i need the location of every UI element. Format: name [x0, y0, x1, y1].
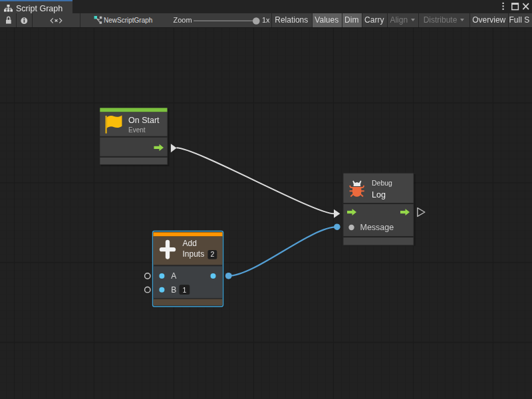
svg-text:Event: Event	[128, 126, 146, 134]
svg-text:Inputs: Inputs	[183, 249, 205, 259]
svg-text:Message: Message	[360, 223, 394, 232]
svg-text:Add: Add	[183, 239, 197, 248]
svg-text:Log: Log	[372, 190, 386, 200]
svg-text:1: 1	[182, 286, 186, 294]
svg-text:Debug: Debug	[372, 179, 392, 187]
svg-text:A: A	[171, 271, 176, 281]
svg-text:2: 2	[210, 250, 214, 258]
svg-text:On Start: On Start	[128, 116, 160, 125]
svg-text:B: B	[171, 285, 176, 295]
